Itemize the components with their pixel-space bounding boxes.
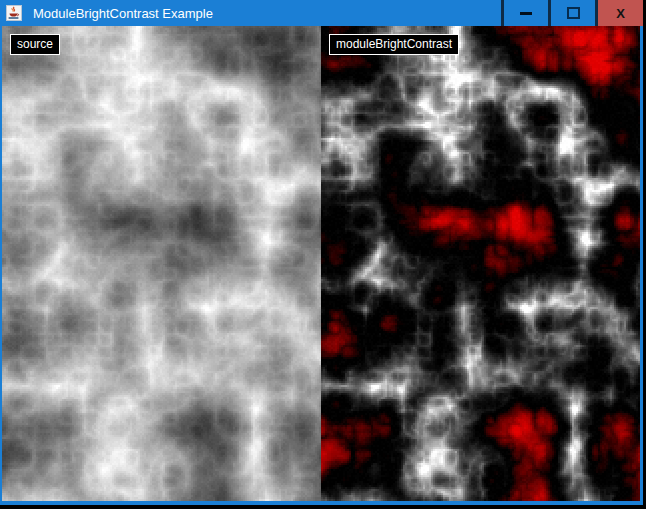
maximize-button[interactable] [551, 0, 595, 26]
source-label: source [10, 34, 60, 55]
screen: ModuleBrightContrast Example X source [0, 0, 646, 509]
close-icon: X [616, 7, 625, 20]
window-controls: X [501, 0, 643, 26]
panel-processed: moduleBrightContrast [321, 26, 640, 501]
processed-label: moduleBrightContrast [329, 34, 459, 55]
java-coffee-cup-icon [6, 5, 22, 21]
minimize-icon [520, 12, 532, 15]
source-image-canvas [2, 26, 321, 501]
content-area: source moduleBrightContrast [2, 26, 640, 501]
titlebar[interactable]: ModuleBrightContrast Example X [0, 0, 643, 26]
window-title: ModuleBrightContrast Example [33, 6, 501, 21]
processed-image-canvas [321, 26, 640, 501]
app-window: ModuleBrightContrast Example X source [0, 0, 643, 505]
panel-source: source [2, 26, 321, 501]
close-button[interactable]: X [598, 0, 643, 26]
maximize-icon [567, 7, 580, 19]
minimize-button[interactable] [504, 0, 548, 26]
